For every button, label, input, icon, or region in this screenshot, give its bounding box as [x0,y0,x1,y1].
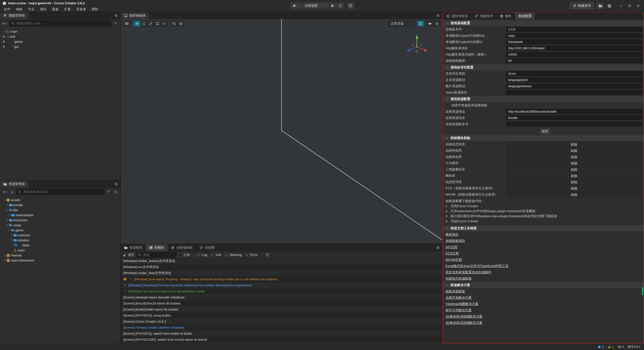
asset-row[interactable]: resources [0,217,120,223]
tab-services[interactable]: 服务 [497,13,515,20]
field-input[interactable] [506,115,642,120]
cull-module-button[interactable]: 剔除 [506,161,642,166]
tree-expand-toggle[interactable] [3,225,9,226]
menu-item[interactable]: 文件 [1,7,13,12]
solution-link[interactable]: 战棋游戏框架 [446,289,465,294]
field-input[interactable] [506,33,642,38]
assets-panel-tab[interactable]: 资源管理器 [0,181,28,188]
gizmo-pivot-button[interactable] [171,21,177,26]
doc-link[interactable]: 原生包热更新配置自动生成插件 [446,270,491,275]
tree-expand-toggle[interactable] [6,36,10,37]
cull-module-button[interactable]: 剔除 [506,167,642,172]
rotate-tool-button[interactable] [140,21,147,26]
gizmo-space-button[interactable] [177,21,184,26]
tree-expand-toggle[interactable] [3,219,9,221]
log-filter-toggle[interactable]: Log [197,253,207,257]
tree-expand-toggle[interactable] [6,46,14,47]
field-input[interactable] [506,46,642,51]
build-publish-button[interactable]: 构建发布 [570,2,594,9]
console-search-input[interactable] [142,253,175,257]
rect-tool-button[interactable] [154,21,161,26]
asset-row[interactable]: game [0,228,120,233]
play-button[interactable] [329,2,336,9]
status-info-counter[interactable]: 3 [598,345,604,349]
asset-row[interactable]: internal [0,253,120,258]
doc-link[interactable]: 动画状态机编辑器 [446,276,472,281]
field-input[interactable] [506,84,642,89]
tab-asset-preview[interactable]: 资源预览 [121,244,146,251]
field-input[interactable] [506,39,642,44]
console-message-row[interactable]: [Scene] [PHYSICS2D]: switch from box2d-w… [121,336,442,342]
render-mode-select[interactable]: 正常渲染 [388,21,415,27]
filter-checkbox[interactable] [211,253,215,257]
collapse-toggle[interactable] [445,99,449,100]
asset-row[interactable]: TS Main [0,243,120,248]
cull-module-button[interactable]: 剔除 [506,154,642,160]
collapse-toggle[interactable] [445,138,449,139]
collapse-toggle[interactable] [445,23,449,24]
panel-menu-icon[interactable] [436,14,440,17]
asset-row[interactable]: main [0,248,120,253]
doc-link[interactable]: 教程项目 [446,232,459,237]
open-project-folder-button[interactable] [596,2,604,9]
doc-link[interactable]: ECS文档 [446,251,459,256]
lock-icon[interactable] [3,45,6,48]
close-button[interactable] [634,3,642,9]
field-input[interactable] [506,77,642,82]
menu-item[interactable]: 节点 [25,7,37,12]
tab-build-publish[interactable]: 构建发布 [471,13,497,20]
console-message-row[interactable]: [Scene] Forward render pipeline initiali… [121,324,442,330]
hierarchy-node-row[interactable]: root [0,34,120,39]
tree-expand-toggle[interactable] [3,209,9,210]
hierarchy-node-row[interactable]: gui [0,44,120,49]
expand-message-toggle[interactable] [129,278,132,280]
section-header[interactable]: 游戏资源配置 [443,96,643,102]
save-button[interactable]: 保存 [540,128,550,134]
scene-light-button[interactable] [417,21,424,26]
solution-link[interactable]: 新手引导解决方案 [446,308,472,313]
hierarchy-node-row[interactable]: main [0,29,120,34]
assets-refresh-button[interactable] [113,189,118,195]
orientation-gizmo[interactable] [403,32,431,60]
section-header[interactable]: 游戏多语言配置 [443,64,643,70]
field-input[interactable] [506,71,642,76]
tab-animation-editor[interactable]: 动画编辑器 [168,244,196,251]
tree-expand-toggle[interactable] [3,239,13,241]
menu-item[interactable]: 项目 [37,7,49,12]
log-filter-toggle[interactable]: Info [211,253,221,257]
console-message-row[interactable]: [Window] You are running Vue in developm… [121,288,442,294]
console-message-row[interactable]: [Scene] [bullet]:bullet wasm lib loaded. [121,306,442,312]
asset-row[interactable]: bundle [0,202,120,207]
solution-link[interactable]: Tiledmap地图解决方案 [446,302,478,306]
solution-link[interactable]: 3D角色扮演游戏解决方案 [446,321,482,325]
regex-toggle[interactable]: 正则 [178,253,190,257]
collapse-toggle[interactable] [445,228,449,229]
asset-row[interactable]: script [0,223,120,228]
help-button[interactable] [607,3,612,9]
filter-checkbox[interactable] [197,253,200,257]
cull-module-button[interactable]: 剔除 [506,142,642,147]
platform-select[interactable] [290,2,302,9]
console-message-row[interactable]: [Window] render_texture文件夹存在 [121,258,442,264]
console-message-row[interactable]: [Window] ecs文件夹存在 [121,264,442,270]
panel-menu-icon[interactable] [114,182,118,186]
scene-viewport[interactable]: 3D 正常渲染 [121,19,442,244]
asset-row[interactable]: seedrandom [0,212,120,217]
cull-module-button[interactable]: 剔除 [506,148,642,153]
status-error-counter[interactable]: 0 [618,345,624,349]
toggle-3d-button[interactable]: 3D [123,21,131,27]
cull-module-button[interactable]: 剔除 [506,186,642,191]
minimize-button[interactable] [617,3,625,9]
scene-panel-tab[interactable]: 场景编辑器 [121,12,149,19]
hierarchy-search-input[interactable] [16,21,109,25]
console-message-row[interactable]: [Window] Download the Vue Devtools exten… [121,282,442,288]
doc-link[interactable]: MVVM文档 [446,257,462,262]
console-message-row[interactable]: [Scene] [box2d]:box2d wasm lib loaded. [121,300,442,306]
solution-link[interactable]: 全栈开发解决方案 [446,295,472,300]
tree-expand-toggle[interactable] [3,259,7,261]
restart-button[interactable] [336,2,344,9]
lock-icon[interactable] [3,35,6,38]
remote-load-checkbox[interactable] [446,103,449,107]
menu-item[interactable]: 编辑 [13,7,25,12]
tree-expand-toggle[interactable] [3,214,11,216]
